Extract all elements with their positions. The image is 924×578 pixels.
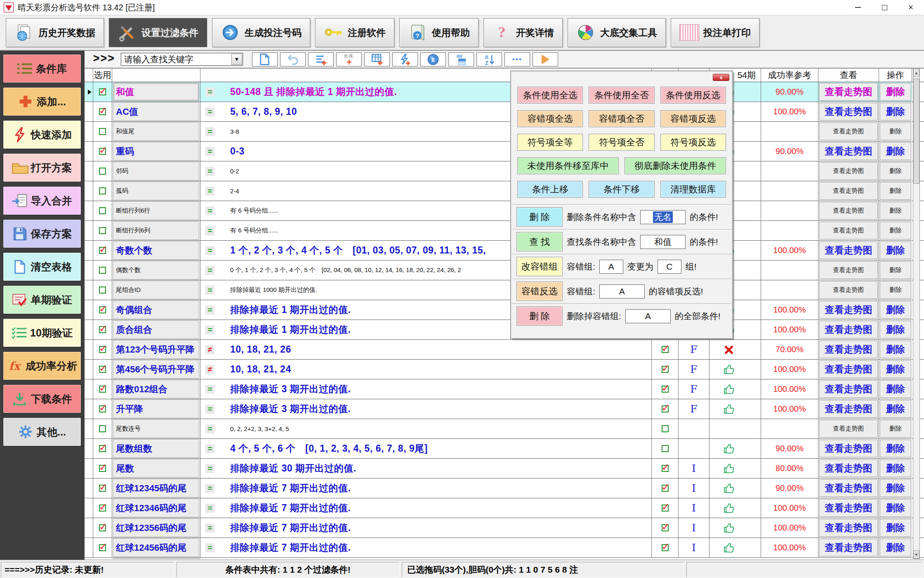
- delete-button[interactable]: 删除: [880, 341, 911, 358]
- condition-name-cell[interactable]: 断组行列6列: [112, 221, 200, 240]
- checkbox[interactable]: ✓: [662, 485, 669, 492]
- sidebar-item-9[interactable]: 10期验证: [3, 318, 81, 347]
- use-checkbox-cell[interactable]: ✓: [93, 498, 112, 518]
- use-checkbox-cell[interactable]: [93, 122, 112, 141]
- condition-name-cell[interactable]: 红球12346码的尾: [112, 498, 200, 518]
- operator-cell[interactable]: =: [200, 459, 224, 478]
- condition-name-cell[interactable]: 邻码: [112, 161, 200, 181]
- operator-cell[interactable]: =: [200, 479, 224, 498]
- operator-cell[interactable]: =: [200, 261, 224, 280]
- operator-cell[interactable]: =: [200, 122, 224, 141]
- delete-button[interactable]: 删除: [880, 83, 911, 101]
- use-checkbox-cell[interactable]: ✓: [93, 320, 112, 339]
- view-trend-button[interactable]: 查看走势图: [819, 499, 878, 517]
- view-trend-button[interactable]: 查看走势图: [819, 83, 878, 101]
- use-checkbox-cell[interactable]: [93, 201, 112, 220]
- dialog-form-button[interactable]: 改容错组: [516, 257, 563, 276]
- condition-name-cell[interactable]: 红球12456码的尾: [112, 538, 200, 557]
- scroll-down-icon[interactable]: ▼: [913, 550, 919, 559]
- delete-button[interactable]: 删除: [880, 123, 911, 140]
- dialog-form-input[interactable]: 无名: [640, 210, 686, 224]
- condition-name-cell[interactable]: 和值尾: [112, 122, 200, 141]
- condition-value-cell[interactable]: 排除掉最近 7 期开出过的值.: [224, 498, 652, 518]
- view-trend-button[interactable]: 查看走势图: [819, 103, 878, 121]
- operator-cell[interactable]: =: [200, 518, 224, 538]
- condition-value-cell[interactable]: 4 个, 5 个, 6 个 [0, 1, 2, 3, 4, 5, 6, 7, 8…: [224, 439, 652, 458]
- view-trend-button[interactable]: 查看走势图: [819, 341, 878, 358]
- view-trend-button[interactable]: 查看走势图: [819, 539, 878, 557]
- view-trend-button[interactable]: 查看走势图: [819, 281, 878, 299]
- sidebar-item-4[interactable]: 打开方案: [3, 153, 81, 182]
- dialog-form-input[interactable]: 和值: [640, 235, 686, 249]
- operator-cell[interactable]: =: [200, 280, 224, 300]
- operator-cell[interactable]: =: [200, 102, 224, 121]
- use-checkbox-cell[interactable]: ✓: [93, 399, 112, 419]
- condition-name-cell[interactable]: 升平降: [112, 399, 200, 419]
- scroll-up-icon[interactable]: ▲: [913, 69, 919, 77]
- view-trend-button[interactable]: 查看走势图: [819, 460, 878, 477]
- dialog-button[interactable]: 条件下移: [589, 181, 654, 198]
- checkbox[interactable]: ✓: [99, 544, 106, 551]
- sidebar-item-1[interactable]: 条件库: [3, 54, 81, 83]
- use-checkbox-cell[interactable]: ✓: [93, 459, 112, 478]
- condition-name-cell[interactable]: 质合组合: [112, 320, 200, 339]
- checkbox[interactable]: ✓: [662, 505, 669, 512]
- checkbox[interactable]: ✓: [99, 88, 106, 95]
- tolerance-checkbox-cell[interactable]: ✓: [652, 498, 679, 518]
- condition-name-cell[interactable]: 第123个号码升平降: [112, 340, 200, 359]
- checkbox[interactable]: [99, 267, 106, 274]
- toolbar-button-3[interactable]: 生成投注号码: [212, 18, 310, 47]
- checkbox[interactable]: ✓: [662, 405, 669, 412]
- search-input[interactable]: 请输入查找关键字: [121, 54, 231, 65]
- delete-button[interactable]: 删除: [880, 420, 911, 438]
- more-button[interactable]: •••: [504, 52, 530, 66]
- view-trend-button[interactable]: 查看走势图: [819, 182, 878, 200]
- operator-cell[interactable]: =: [200, 82, 224, 102]
- tolerance-checkbox-cell[interactable]: [652, 439, 679, 458]
- layout-button[interactable]: [448, 52, 474, 66]
- use-checkbox-cell[interactable]: ✓: [93, 538, 112, 557]
- operator-cell[interactable]: =: [200, 538, 224, 557]
- checkbox[interactable]: ✓: [662, 386, 669, 393]
- use-checkbox-cell[interactable]: [93, 181, 112, 201]
- odd-even-add-button[interactable]: 奇偶+: [336, 52, 362, 66]
- operator-cell[interactable]: =: [200, 399, 224, 419]
- operator-cell[interactable]: =: [200, 142, 224, 161]
- condition-name-cell[interactable]: 奇偶组合: [112, 300, 200, 320]
- checkbox[interactable]: [99, 425, 106, 432]
- tolerance-checkbox-cell[interactable]: [652, 419, 679, 438]
- delete-button[interactable]: 删除: [880, 400, 911, 418]
- condition-value-cell[interactable]: 排除掉最近 7 期开出过的值.: [224, 479, 652, 498]
- operator-cell[interactable]: =: [200, 419, 224, 438]
- sidebar-item-7[interactable]: 清空表格: [3, 252, 81, 281]
- delete-button[interactable]: 删除: [880, 360, 911, 378]
- condition-value-cell[interactable]: 排除掉最近 7 期开出过的值.: [224, 518, 652, 538]
- dialog-button[interactable]: 彻底删除未使用条件: [625, 157, 726, 174]
- delete-button[interactable]: 删除: [880, 261, 911, 279]
- dialog-form-button[interactable]: 删 除: [516, 306, 563, 326]
- toolbar-button-4[interactable]: 注册软件: [315, 18, 394, 47]
- condition-value-cell[interactable]: 10, 18, 21, 26: [224, 340, 652, 359]
- condition-value-cell[interactable]: 排除掉最近 3 期开出过的值.: [224, 379, 652, 399]
- view-trend-button[interactable]: 查看走势图: [819, 202, 878, 220]
- undo-button[interactable]: [280, 52, 306, 66]
- dialog-form-button[interactable]: 删 除: [516, 207, 563, 227]
- tolerance-checkbox-cell[interactable]: ✓: [652, 379, 679, 399]
- checkbox[interactable]: [99, 227, 106, 234]
- view-trend-button[interactable]: 查看走势图: [819, 123, 878, 140]
- view-trend-button[interactable]: 查看走势图: [819, 142, 878, 160]
- checkbox[interactable]: [99, 287, 106, 294]
- use-checkbox-cell[interactable]: ✓: [93, 439, 112, 458]
- dialog-form-input[interactable]: A: [599, 260, 623, 274]
- checkbox[interactable]: ✓: [99, 405, 106, 412]
- condition-name-cell[interactable]: 红球12345码的尾: [112, 479, 200, 498]
- dialog-form-input[interactable]: A: [625, 309, 671, 323]
- condition-name-cell[interactable]: 第456个号码升平降: [112, 360, 200, 379]
- dialog-form-button[interactable]: 容错反选: [516, 282, 563, 301]
- checkbox[interactable]: ✓: [99, 485, 106, 492]
- checkbox[interactable]: ✓: [99, 386, 106, 393]
- dialog-close-button[interactable]: x: [713, 74, 729, 81]
- delete-button[interactable]: 删除: [880, 202, 911, 220]
- condition-name-cell[interactable]: 尾数组数: [112, 439, 200, 458]
- operator-cell[interactable]: ≠: [200, 360, 224, 379]
